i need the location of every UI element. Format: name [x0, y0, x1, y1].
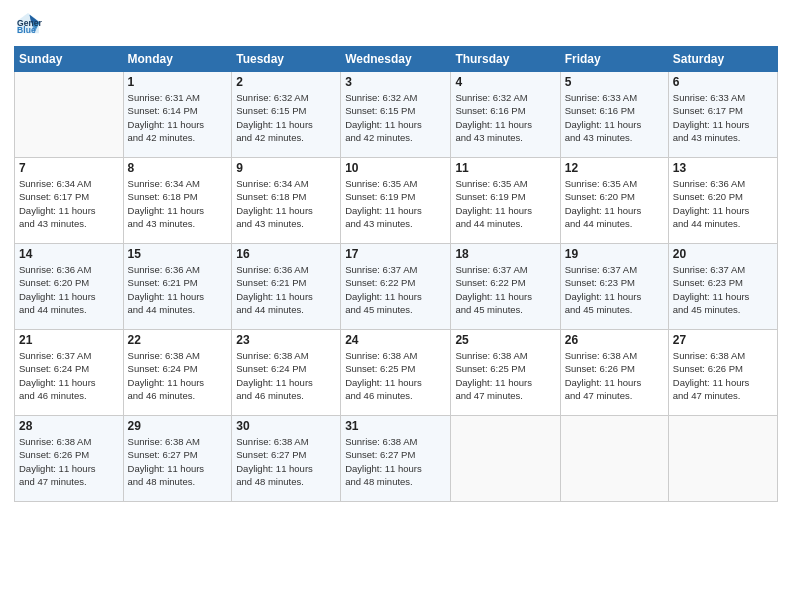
- day-number: 13: [673, 161, 773, 175]
- day-number: 8: [128, 161, 228, 175]
- calendar-cell: 12Sunrise: 6:35 AMSunset: 6:20 PMDayligh…: [560, 158, 668, 244]
- day-number: 20: [673, 247, 773, 261]
- calendar-cell: [668, 416, 777, 502]
- calendar-cell: 8Sunrise: 6:34 AMSunset: 6:18 PMDaylight…: [123, 158, 232, 244]
- calendar-week-row: 21Sunrise: 6:37 AMSunset: 6:24 PMDayligh…: [15, 330, 778, 416]
- day-info: Sunrise: 6:38 AMSunset: 6:24 PMDaylight:…: [236, 349, 336, 402]
- calendar-week-row: 1Sunrise: 6:31 AMSunset: 6:14 PMDaylight…: [15, 72, 778, 158]
- day-number: 31: [345, 419, 446, 433]
- calendar-week-row: 14Sunrise: 6:36 AMSunset: 6:20 PMDayligh…: [15, 244, 778, 330]
- calendar-header: SundayMondayTuesdayWednesdayThursdayFrid…: [15, 47, 778, 72]
- calendar-cell: [15, 72, 124, 158]
- day-number: 25: [455, 333, 555, 347]
- calendar-cell: 2Sunrise: 6:32 AMSunset: 6:15 PMDaylight…: [232, 72, 341, 158]
- day-number: 6: [673, 75, 773, 89]
- day-info: Sunrise: 6:36 AMSunset: 6:21 PMDaylight:…: [128, 263, 228, 316]
- day-info: Sunrise: 6:33 AMSunset: 6:17 PMDaylight:…: [673, 91, 773, 144]
- day-info: Sunrise: 6:34 AMSunset: 6:18 PMDaylight:…: [128, 177, 228, 230]
- calendar-cell: 11Sunrise: 6:35 AMSunset: 6:19 PMDayligh…: [451, 158, 560, 244]
- calendar-cell: 15Sunrise: 6:36 AMSunset: 6:21 PMDayligh…: [123, 244, 232, 330]
- logo-icon: General Blue: [14, 10, 42, 38]
- day-info: Sunrise: 6:35 AMSunset: 6:20 PMDaylight:…: [565, 177, 664, 230]
- day-info: Sunrise: 6:37 AMSunset: 6:23 PMDaylight:…: [565, 263, 664, 316]
- day-info: Sunrise: 6:38 AMSunset: 6:27 PMDaylight:…: [345, 435, 446, 488]
- calendar-cell: 20Sunrise: 6:37 AMSunset: 6:23 PMDayligh…: [668, 244, 777, 330]
- calendar-cell: 10Sunrise: 6:35 AMSunset: 6:19 PMDayligh…: [341, 158, 451, 244]
- day-info: Sunrise: 6:34 AMSunset: 6:18 PMDaylight:…: [236, 177, 336, 230]
- day-info: Sunrise: 6:38 AMSunset: 6:26 PMDaylight:…: [19, 435, 119, 488]
- day-number: 15: [128, 247, 228, 261]
- calendar-cell: 1Sunrise: 6:31 AMSunset: 6:14 PMDaylight…: [123, 72, 232, 158]
- day-number: 24: [345, 333, 446, 347]
- calendar-cell: 9Sunrise: 6:34 AMSunset: 6:18 PMDaylight…: [232, 158, 341, 244]
- day-number: 1: [128, 75, 228, 89]
- calendar-week-row: 28Sunrise: 6:38 AMSunset: 6:26 PMDayligh…: [15, 416, 778, 502]
- calendar-cell: [451, 416, 560, 502]
- calendar-table: SundayMondayTuesdayWednesdayThursdayFrid…: [14, 46, 778, 502]
- day-number: 10: [345, 161, 446, 175]
- weekday-header: Saturday: [668, 47, 777, 72]
- day-number: 16: [236, 247, 336, 261]
- weekday-header: Friday: [560, 47, 668, 72]
- calendar-cell: 26Sunrise: 6:38 AMSunset: 6:26 PMDayligh…: [560, 330, 668, 416]
- day-info: Sunrise: 6:38 AMSunset: 6:27 PMDaylight:…: [236, 435, 336, 488]
- day-info: Sunrise: 6:35 AMSunset: 6:19 PMDaylight:…: [345, 177, 446, 230]
- day-number: 19: [565, 247, 664, 261]
- day-info: Sunrise: 6:36 AMSunset: 6:21 PMDaylight:…: [236, 263, 336, 316]
- day-number: 23: [236, 333, 336, 347]
- day-info: Sunrise: 6:37 AMSunset: 6:23 PMDaylight:…: [673, 263, 773, 316]
- calendar-cell: 25Sunrise: 6:38 AMSunset: 6:25 PMDayligh…: [451, 330, 560, 416]
- day-info: Sunrise: 6:37 AMSunset: 6:22 PMDaylight:…: [455, 263, 555, 316]
- calendar-cell: 14Sunrise: 6:36 AMSunset: 6:20 PMDayligh…: [15, 244, 124, 330]
- weekday-header: Wednesday: [341, 47, 451, 72]
- day-number: 27: [673, 333, 773, 347]
- day-number: 18: [455, 247, 555, 261]
- day-info: Sunrise: 6:31 AMSunset: 6:14 PMDaylight:…: [128, 91, 228, 144]
- calendar-cell: 27Sunrise: 6:38 AMSunset: 6:26 PMDayligh…: [668, 330, 777, 416]
- calendar-cell: 7Sunrise: 6:34 AMSunset: 6:17 PMDaylight…: [15, 158, 124, 244]
- day-info: Sunrise: 6:35 AMSunset: 6:19 PMDaylight:…: [455, 177, 555, 230]
- day-info: Sunrise: 6:34 AMSunset: 6:17 PMDaylight:…: [19, 177, 119, 230]
- calendar-cell: 31Sunrise: 6:38 AMSunset: 6:27 PMDayligh…: [341, 416, 451, 502]
- day-number: 7: [19, 161, 119, 175]
- day-info: Sunrise: 6:38 AMSunset: 6:24 PMDaylight:…: [128, 349, 228, 402]
- calendar-cell: 6Sunrise: 6:33 AMSunset: 6:17 PMDaylight…: [668, 72, 777, 158]
- day-info: Sunrise: 6:37 AMSunset: 6:24 PMDaylight:…: [19, 349, 119, 402]
- calendar-cell: 3Sunrise: 6:32 AMSunset: 6:15 PMDaylight…: [341, 72, 451, 158]
- day-number: 21: [19, 333, 119, 347]
- svg-text:Blue: Blue: [17, 25, 36, 35]
- weekday-header: Tuesday: [232, 47, 341, 72]
- calendar-cell: 30Sunrise: 6:38 AMSunset: 6:27 PMDayligh…: [232, 416, 341, 502]
- weekday-header: Monday: [123, 47, 232, 72]
- calendar-cell: 5Sunrise: 6:33 AMSunset: 6:16 PMDaylight…: [560, 72, 668, 158]
- calendar-cell: 17Sunrise: 6:37 AMSunset: 6:22 PMDayligh…: [341, 244, 451, 330]
- day-number: 29: [128, 419, 228, 433]
- calendar-cell: 28Sunrise: 6:38 AMSunset: 6:26 PMDayligh…: [15, 416, 124, 502]
- calendar-cell: 13Sunrise: 6:36 AMSunset: 6:20 PMDayligh…: [668, 158, 777, 244]
- day-number: 22: [128, 333, 228, 347]
- day-number: 3: [345, 75, 446, 89]
- day-info: Sunrise: 6:32 AMSunset: 6:15 PMDaylight:…: [345, 91, 446, 144]
- day-number: 26: [565, 333, 664, 347]
- day-number: 30: [236, 419, 336, 433]
- day-info: Sunrise: 6:38 AMSunset: 6:26 PMDaylight:…: [673, 349, 773, 402]
- weekday-header: Thursday: [451, 47, 560, 72]
- calendar-cell: 19Sunrise: 6:37 AMSunset: 6:23 PMDayligh…: [560, 244, 668, 330]
- day-info: Sunrise: 6:36 AMSunset: 6:20 PMDaylight:…: [19, 263, 119, 316]
- calendar-cell: 16Sunrise: 6:36 AMSunset: 6:21 PMDayligh…: [232, 244, 341, 330]
- day-number: 9: [236, 161, 336, 175]
- day-info: Sunrise: 6:37 AMSunset: 6:22 PMDaylight:…: [345, 263, 446, 316]
- day-number: 4: [455, 75, 555, 89]
- day-info: Sunrise: 6:38 AMSunset: 6:25 PMDaylight:…: [345, 349, 446, 402]
- page: General Blue SundayMondayTuesdayWednesda…: [0, 0, 792, 612]
- calendar-cell: 24Sunrise: 6:38 AMSunset: 6:25 PMDayligh…: [341, 330, 451, 416]
- calendar-cell: 23Sunrise: 6:38 AMSunset: 6:24 PMDayligh…: [232, 330, 341, 416]
- calendar-cell: 22Sunrise: 6:38 AMSunset: 6:24 PMDayligh…: [123, 330, 232, 416]
- day-number: 14: [19, 247, 119, 261]
- day-info: Sunrise: 6:33 AMSunset: 6:16 PMDaylight:…: [565, 91, 664, 144]
- day-number: 12: [565, 161, 664, 175]
- day-info: Sunrise: 6:32 AMSunset: 6:16 PMDaylight:…: [455, 91, 555, 144]
- calendar-cell: [560, 416, 668, 502]
- logo: General Blue: [14, 10, 48, 38]
- header: General Blue: [14, 10, 778, 38]
